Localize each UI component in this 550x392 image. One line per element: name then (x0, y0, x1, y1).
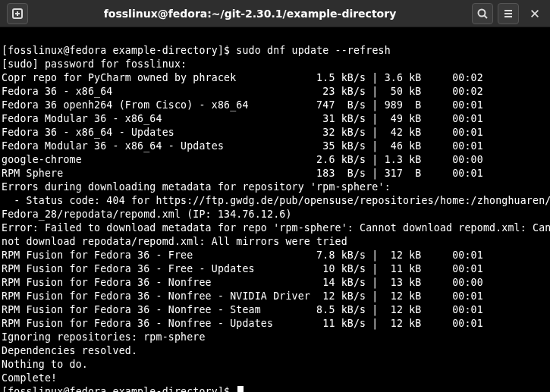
output-line: Dependencies resolved. (2, 344, 548, 358)
output-line: Errors during downloading metadata for r… (2, 180, 548, 194)
output-line: [sudo] password for fosslinux: (2, 58, 548, 71)
output-line: RPM Fusion for Fedora 36 - Nonfree 14 kB… (2, 276, 548, 290)
hamburger-icon (502, 8, 514, 20)
output-line: RPM Sphere 183 B/s | 317 B 00:01 (2, 167, 548, 180)
output-line: RPM Fusion for Fedora 36 - Nonfree - NVI… (2, 290, 548, 303)
output-line: RPM Fusion for Fedora 36 - Free - Update… (2, 262, 548, 276)
output-line: Fedora_28/repodata/repomd.xml (IP: 134.7… (2, 208, 548, 221)
command-text: sudo dnf update --refresh (236, 45, 391, 56)
new-tab-button[interactable] (7, 3, 28, 24)
output-line: Nothing to do. (2, 358, 548, 372)
search-button[interactable] (472, 3, 493, 24)
output-line: Fedora 36 - x86_64 - Updates 32 kB/s | 4… (2, 126, 548, 140)
plus-icon (11, 8, 24, 20)
output-line: RPM Fusion for Fedora 36 - Nonfree - Ste… (2, 303, 548, 317)
output-line: google-chrome 2.6 kB/s | 1.3 kB 00:00 (2, 153, 548, 167)
window-title: fosslinux@fedora:~/git-2.30.1/example-di… (30, 8, 470, 20)
output-line: not download repodata/repomd.xml: All mi… (2, 235, 548, 249)
cursor (237, 386, 244, 392)
output-line: Ignoring repositories: rpm-sphere (2, 331, 548, 344)
output-line: Fedora Modular 36 - x86_64 - Updates 35 … (2, 140, 548, 153)
svg-line-4 (485, 15, 488, 18)
output-line: Copr repo for PyCharm owned by phracek 1… (2, 71, 548, 85)
terminal-output[interactable]: [fosslinux@fedora example-directory]$ su… (0, 27, 550, 392)
shell-prompt: [fosslinux@fedora example-directory]$ (2, 45, 236, 56)
output-line: Fedora 36 openh264 (From Cisco) - x86_64… (2, 99, 548, 112)
close-icon (530, 8, 540, 19)
output-line: - Status code: 404 for https://ftp.gwdg.… (2, 194, 548, 208)
output-line: Fedora Modular 36 - x86_64 31 kB/s | 49 … (2, 112, 548, 126)
search-icon (476, 8, 489, 20)
output-line: Error: Failed to download metadata for r… (2, 221, 548, 235)
output-line: Fedora 36 - x86_64 23 kB/s | 50 kB 00:02 (2, 85, 548, 99)
menu-button[interactable] (498, 3, 519, 24)
svg-point-3 (479, 9, 486, 16)
shell-prompt: [fosslinux@fedora example-directory]$ (2, 386, 236, 392)
output-line: RPM Fusion for Fedora 36 - Nonfree - Upd… (2, 317, 548, 331)
output-line: Complete! (2, 372, 548, 385)
titlebar: fosslinux@fedora:~/git-2.30.1/example-di… (0, 0, 550, 27)
close-button[interactable] (524, 3, 545, 24)
output-line: RPM Fusion for Fedora 36 - Free 7.8 kB/s… (2, 249, 548, 262)
